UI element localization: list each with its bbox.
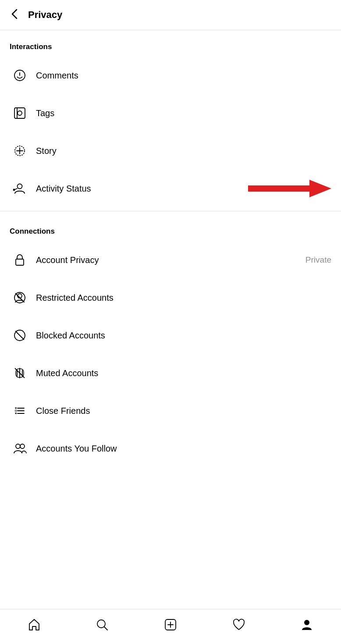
nav-search[interactable]: [89, 612, 115, 638]
accounts-you-follow-label: Accounts You Follow: [36, 444, 331, 454]
close-friends-icon: ★ ★ ★: [10, 401, 30, 421]
comments-label: Comments: [36, 71, 331, 81]
close-friends-label: Close Friends: [36, 406, 331, 416]
account-privacy-label: Account Privacy: [36, 255, 302, 265]
menu-item-tags[interactable]: Tags: [0, 94, 341, 132]
menu-item-muted-accounts[interactable]: Muted Accounts: [0, 354, 341, 392]
svg-rect-1: [14, 108, 25, 118]
story-icon: [10, 141, 30, 161]
nav-profile[interactable]: [294, 612, 320, 638]
menu-item-restricted-accounts[interactable]: Restricted Accounts: [0, 279, 341, 317]
nav-create[interactable]: [157, 612, 184, 638]
muted-accounts-label: Muted Accounts: [36, 368, 331, 378]
arrow-annotation: [244, 178, 331, 199]
menu-item-blocked-accounts[interactable]: Blocked Accounts: [0, 317, 341, 354]
menu-item-account-privacy[interactable]: Account Privacy Private: [0, 241, 341, 279]
account-privacy-value: Private: [305, 255, 331, 265]
restricted-accounts-label: Restricted Accounts: [36, 293, 331, 303]
lock-icon: [10, 250, 30, 270]
nav-home[interactable]: [21, 612, 47, 638]
svg-point-8: [14, 189, 15, 191]
menu-item-activity-status[interactable]: Activity Status: [0, 170, 341, 207]
svg-point-2: [18, 111, 22, 115]
back-button[interactable]: [9, 8, 21, 22]
svg-rect-10: [16, 259, 24, 265]
menu-item-comments[interactable]: Comments: [0, 57, 341, 94]
tag-icon: [10, 103, 30, 123]
svg-line-15: [15, 331, 24, 340]
blocked-accounts-label: Blocked Accounts: [36, 331, 331, 341]
svg-point-7: [18, 184, 22, 189]
bottom-nav: [0, 609, 341, 644]
menu-item-accounts-you-follow[interactable]: Accounts You Follow: [0, 430, 341, 467]
restricted-icon: [10, 288, 30, 308]
story-label: Story: [36, 146, 331, 156]
tags-label: Tags: [36, 108, 331, 118]
connections-section-label: Connections: [0, 215, 341, 241]
svg-point-30: [304, 620, 309, 625]
comment-icon: [10, 65, 30, 85]
content-area: Interactions Comments Tags: [0, 30, 341, 609]
activity-status-icon: [10, 178, 30, 199]
svg-point-25: [97, 620, 105, 628]
section-divider: [0, 211, 341, 211]
svg-line-26: [104, 627, 107, 630]
blocked-icon: [10, 325, 30, 345]
follow-icon: [10, 438, 30, 459]
menu-item-story[interactable]: Story: [0, 132, 341, 170]
menu-item-close-friends[interactable]: ★ ★ ★ Close Friends: [0, 392, 341, 430]
interactions-section-label: Interactions: [0, 30, 341, 57]
muted-icon: [10, 363, 30, 383]
svg-point-24: [20, 444, 25, 448]
header: Privacy: [0, 0, 341, 30]
page-title: Privacy: [28, 9, 62, 21]
svg-text:★: ★: [14, 412, 17, 415]
svg-marker-9: [248, 180, 331, 197]
nav-likes[interactable]: [226, 612, 252, 638]
svg-point-23: [16, 444, 20, 448]
